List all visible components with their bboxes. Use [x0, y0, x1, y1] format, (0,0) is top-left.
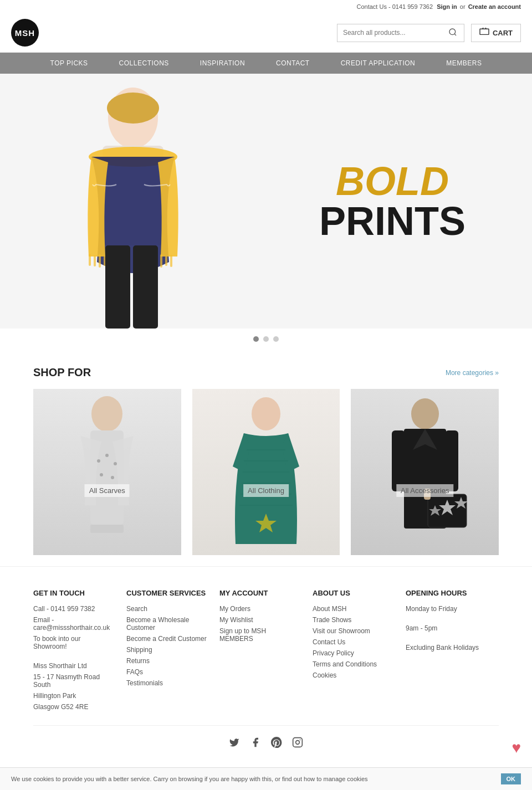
svg-rect-6	[89, 254, 91, 266]
cs-shipping-link[interactable]: Shipping	[126, 646, 208, 654]
shop-card-scarves[interactable]: All Scarves	[33, 389, 181, 555]
svg-point-16	[107, 93, 159, 124]
shop-for-section: SHOP FOR More categories »	[0, 350, 532, 566]
create-account-link[interactable]: Create an account	[468, 3, 521, 10]
terms-link[interactable]: Terms and Conditions	[313, 660, 395, 668]
cookie-text: We use cookies to provide you with a bet…	[11, 776, 368, 782]
cs-faqs-link[interactable]: FAQs	[126, 668, 208, 676]
svg-rect-12	[165, 256, 167, 266]
cs-search-link[interactable]: Search	[126, 605, 208, 613]
shop-grid: All Scarves	[33, 389, 499, 555]
nav-collections[interactable]: COLLECTIONS	[104, 53, 185, 74]
cs-testimonials-link[interactable]: Testimonials	[126, 679, 208, 687]
svg-rect-36	[445, 430, 458, 491]
contact-us-link[interactable]: Contact Us	[313, 638, 395, 646]
email: Email - care@missshorthair.co.uk	[33, 616, 115, 632]
address3: Glasgow G52 4RE	[33, 703, 115, 711]
footer: GET IN TOUCH Call - 0141 959 7382 Email …	[0, 566, 532, 767]
shop-card-accessories[interactable]: All Accessories	[351, 389, 499, 555]
footer-opening-hours: OPENING HOURS Monday to Friday 9am - 5pm…	[406, 589, 499, 714]
svg-rect-13	[170, 255, 172, 267]
pinterest-icon[interactable]	[271, 737, 282, 751]
logo[interactable]: MSH	[11, 19, 39, 47]
opening-line3: Excluding Bank Holidays	[406, 644, 488, 652]
svg-point-43	[296, 741, 300, 745]
hero-text: BOLD PRINTS	[319, 161, 466, 241]
nav-contact[interactable]: CONTACT	[260, 53, 325, 74]
my-account-title: MY ACCOUNT	[219, 589, 301, 597]
signin-link[interactable]: Sign in	[437, 3, 457, 10]
opening-line1: Monday to Friday	[406, 605, 488, 613]
search-button[interactable]	[448, 28, 457, 38]
hero-dot-2[interactable]	[263, 336, 269, 342]
instagram-icon[interactable]	[292, 737, 303, 751]
nav-credit-application[interactable]: CREDIT APPLICATION	[325, 53, 431, 74]
top-bar: Contact Us - 0141 959 7362 Sign in or Cr…	[0, 0, 532, 13]
cookie-bar: We use cookies to provide you with a bet…	[0, 767, 532, 790]
shop-card-clothing[interactable]: All Clothing	[192, 389, 340, 555]
svg-point-21	[114, 462, 117, 465]
cart-icon	[479, 28, 489, 38]
svg-point-22	[100, 473, 103, 476]
cart-button[interactable]: CART	[471, 24, 521, 42]
hero-line2: PRINTS	[319, 201, 466, 241]
trade-shows-link[interactable]: Trade Shows	[313, 616, 395, 624]
svg-point-33	[411, 398, 439, 429]
search-icon	[448, 28, 457, 37]
header: MSH CART	[0, 13, 532, 53]
shop-header: SHOP FOR More categories »	[33, 366, 499, 379]
cs-returns-link[interactable]: Returns	[126, 657, 208, 665]
showroom-link[interactable]: Visit our Showroom	[313, 627, 395, 635]
svg-rect-11	[160, 254, 162, 268]
address1: 15 - 17 Nasmyth Road South	[33, 673, 115, 689]
account-wishlist-link[interactable]: My Wishlist	[219, 616, 301, 624]
more-categories-link[interactable]: More categories »	[446, 369, 499, 377]
cookie-ok-button[interactable]: OK	[501, 773, 521, 784]
svg-point-25	[252, 397, 280, 430]
about-us-title: ABOUT US	[313, 589, 395, 597]
logo-text: MSH	[15, 28, 35, 38]
cs-credit-link[interactable]: Become a Credit Customer	[126, 635, 208, 643]
footer-my-account: MY ACCOUNT My Orders My Wishlist Sign up…	[219, 589, 313, 714]
svg-point-44	[300, 740, 301, 741]
hero-dot-3[interactable]	[273, 336, 279, 342]
account-orders-link[interactable]: My Orders	[219, 605, 301, 613]
cs-wholesale-link[interactable]: Become a Wholesale Customer	[126, 616, 208, 632]
svg-rect-8	[99, 254, 101, 268]
privacy-link[interactable]: Privacy Policy	[313, 649, 395, 657]
main-nav: TOP PICKS COLLECTIONS INSPIRATION CONTAC…	[0, 53, 532, 74]
search-bar	[337, 24, 464, 42]
clothing-label: All Clothing	[243, 484, 289, 497]
facebook-icon[interactable]	[250, 737, 261, 751]
nav-inspiration[interactable]: INSPIRATION	[185, 53, 260, 74]
nav-members[interactable]: MEMBERS	[431, 53, 497, 74]
cart-label: CART	[493, 29, 513, 37]
svg-point-17	[91, 396, 122, 432]
wishlist-heart[interactable]: ♥	[511, 739, 521, 757]
cookies-link[interactable]: Cookies	[313, 671, 395, 679]
hero-person-svg	[47, 85, 219, 329]
svg-rect-7	[94, 255, 96, 266]
svg-rect-35	[392, 430, 405, 491]
svg-rect-15	[133, 245, 158, 329]
nav-top-picks[interactable]: TOP PICKS	[35, 53, 104, 74]
accessories-image	[375, 394, 475, 550]
shop-for-title: SHOP FOR	[33, 366, 91, 379]
account-members-link[interactable]: Sign up to MSH MEMBERS	[219, 627, 301, 643]
svg-point-20	[105, 454, 109, 457]
phone: Call - 0141 959 7382	[33, 605, 115, 613]
opening-hours-title: OPENING HOURS	[406, 589, 488, 597]
about-msh-link[interactable]: About MSH	[313, 605, 395, 613]
footer-grid: GET IN TOUCH Call - 0141 959 7382 Email …	[33, 589, 499, 714]
footer-get-in-touch: GET IN TOUCH Call - 0141 959 7382 Email …	[33, 589, 126, 714]
get-in-touch-title: GET IN TOUCH	[33, 589, 115, 597]
hero-dots	[0, 329, 532, 350]
search-input[interactable]	[343, 29, 448, 37]
svg-rect-2	[480, 29, 489, 34]
twitter-icon[interactable]	[229, 737, 240, 751]
svg-point-19	[97, 459, 100, 463]
clothing-image	[216, 394, 316, 550]
hero-dot-1[interactable]	[253, 336, 259, 342]
svg-point-23	[111, 476, 114, 479]
logo-circle: MSH	[11, 19, 39, 47]
